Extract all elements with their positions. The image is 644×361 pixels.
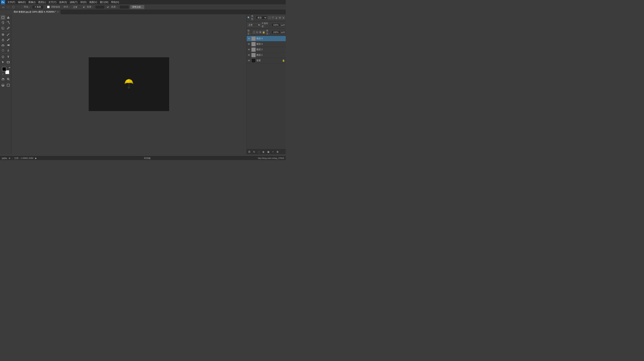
hand-btn[interactable] [0,76,6,82]
menu-select[interactable]: 选择(S) [58,0,68,4]
lock-gradient-icon[interactable]: ✏ [256,30,258,34]
brush-btn[interactable] [6,32,11,37]
fill-label: 填充： [266,29,270,35]
new-group-icon[interactable]: ▣ [266,150,270,154]
options-sep1 [22,5,22,9]
menu-view[interactable]: 视图(V) [88,0,98,4]
feather-input[interactable] [32,5,44,9]
layer-item-2[interactable]: 👁 图层 2 [247,47,286,52]
pen-btn[interactable] [0,54,6,60]
blur-btn[interactable] [0,48,6,53]
menu-type[interactable]: 文字(Y) [47,0,58,4]
svg-line-2 [8,22,10,24]
delete-layer-icon[interactable]: 🗑 [276,150,280,154]
fill-input[interactable] [271,30,280,34]
clone-stamp-btn[interactable] [0,37,6,42]
canvas-image[interactable] [89,57,169,111]
tool-row-9 [0,60,11,65]
layer-4-visibility-toggle[interactable]: 👁 [248,37,250,40]
swap-colors-icon[interactable]: ⇄ [9,66,10,69]
link-layers-icon[interactable]: ⛓ [248,150,251,154]
layer-3-visibility-toggle[interactable]: 👁 [248,42,250,46]
gradient-btn[interactable] [6,42,11,48]
background-lock-icon: 🔒 [282,59,285,62]
feather-label: 羽化： [24,5,31,9]
anti-alias-label: 消除锯齿 [51,5,60,9]
status-zoom-icon[interactable]: ⊕ [9,157,10,160]
layer-2-visibility-toggle[interactable]: 👁 [248,48,250,51]
lock-all-icon[interactable]: 🔒 [262,30,265,34]
options-rect-marquee-icon[interactable]: ▭ [1,5,5,9]
tab-close-icon[interactable]: ✕ [57,11,59,13]
menu-file[interactable]: 文件(F) [6,0,16,4]
height-input[interactable] [119,5,129,9]
screen-mode-btn[interactable] [6,82,11,88]
filter-toggle-icon[interactable]: ● [282,16,285,20]
menu-help[interactable]: 帮助(H) [110,0,120,4]
menu-filter[interactable]: 滤镜(T) [68,0,78,4]
eraser-btn[interactable] [0,42,6,48]
foreground-color-swatch[interactable] [2,67,6,71]
type-btn[interactable]: T [6,54,11,60]
filter-shape-icon[interactable]: ▲ [275,16,278,20]
layers-list: 👁 图层 4 👁 图层 3 👁 图层 2 👁 图层 1 👁 背景 🔒 [247,36,286,149]
tool-row-2 [0,20,11,25]
layer-item-1[interactable]: 👁 图层 1 [247,52,286,58]
menu-window[interactable]: 窗口(W) [99,0,110,4]
menu-edit[interactable]: 编辑(E) [17,0,27,4]
rectangle-btn[interactable] [6,60,11,65]
filter-smart-icon[interactable]: ⚙ [278,16,282,20]
menu-3d[interactable]: 3D(D) [79,0,88,4]
tool-row-1 [0,15,11,20]
layer-item-background[interactable]: 👁 背景 🔒 [247,58,286,63]
history-brush-btn[interactable] [6,37,11,42]
options-marquee-icon4[interactable]: ⋯ [16,5,20,9]
lock-pixels-icon[interactable]: ⬚ [253,30,255,34]
document-tab-active[interactable]: 雨伞 恢复的.jpg @ 100% (图层 4, RGB/8#) * ✕ [12,10,61,14]
menu-layer[interactable]: 图层(L) [37,0,47,4]
move-tool-btn[interactable] [6,15,11,20]
layer-1-visibility-toggle[interactable]: 👁 [248,54,250,57]
status-expand-icon[interactable]: ▶ [35,157,37,160]
lasso-tool-btn[interactable] [0,20,6,25]
dodge-btn[interactable] [6,48,11,53]
tool-row-11 [0,82,11,88]
style-select[interactable]: 正常 固定比例 固定大小 [72,5,86,9]
add-mask-icon[interactable]: ⬚ [257,150,261,154]
layer-item-4[interactable]: 👁 图层 4 [247,36,286,42]
options-marquee-icon2[interactable]: ⬚ [6,5,10,9]
background-visibility-toggle[interactable]: 👁 [248,59,250,62]
zoom-btn[interactable] [6,76,11,82]
filter-pixel-icon[interactable]: ⬚ [268,16,271,20]
options-marquee-icon3[interactable]: ◯ [12,5,15,9]
refine-edge-button[interactable]: 调整边缘... [130,5,144,9]
marquee-tool-btn[interactable] [0,15,6,20]
menu-image[interactable]: 图像(I) [27,0,36,4]
add-style-icon[interactable]: fx [252,150,256,154]
healing-brush-btn[interactable] [0,32,6,37]
quick-mask-btn[interactable] [0,82,6,88]
new-layer-icon[interactable]: + [271,150,275,154]
tool-sep-2 [2,54,10,54]
eyedropper-btn[interactable] [6,26,11,30]
opacity-input[interactable] [271,23,280,27]
fill-stepper-icon[interactable]: ▲▼ [281,31,285,33]
filter-text-icon[interactable]: T [272,16,274,20]
zoom-level: 100% [2,157,7,160]
filter-type-select[interactable]: 类型 名称 效果 [256,16,267,20]
anti-alias-checkbox[interactable] [47,6,50,8]
path-select-btn[interactable] [0,60,6,65]
options-bar: ▭ ⬚ ◯ ⋯ 羽化： 消除锯齿 样式： 正常 固定比例 固定大小 宽度： ⇄ … [0,4,286,10]
opacity-stepper-icon[interactable]: ▲▼ [281,24,285,26]
layer-item-3[interactable]: 👁 图层 3 [247,42,286,47]
left-toolbar: T ⇄ ↺ [0,14,12,154]
magic-wand-btn[interactable] [6,20,11,25]
new-adjustment-icon[interactable]: ◐ [262,150,266,154]
swap-icon[interactable]: ⇄ [106,5,110,9]
blend-mode-select[interactable]: 正常 溶解 正片叠底 [248,23,261,27]
reset-colors-icon[interactable]: ↺ [2,73,4,75]
crop-tool-btn[interactable] [0,26,6,30]
lock-move-icon[interactable]: ✥ [259,30,261,34]
tool-row-10 [0,76,11,82]
width-input[interactable] [95,5,105,9]
